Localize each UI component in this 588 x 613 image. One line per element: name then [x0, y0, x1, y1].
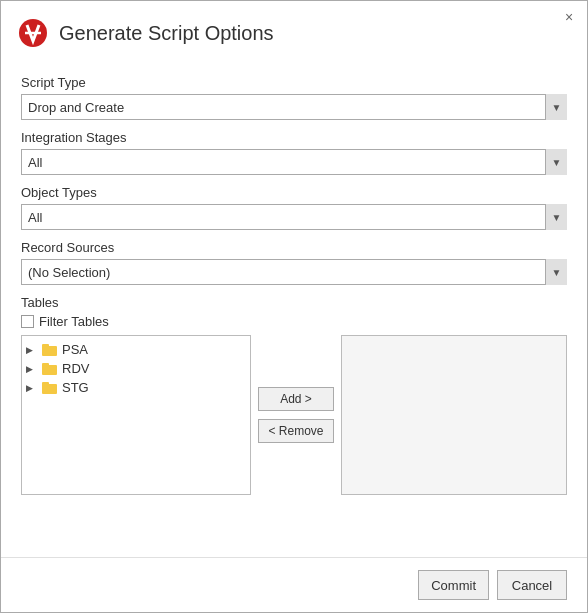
- middle-buttons: Add > < Remove: [251, 387, 341, 443]
- tree-label-stg: STG: [62, 380, 89, 395]
- add-button[interactable]: Add >: [258, 387, 334, 411]
- record-sources-select[interactable]: (No Selection): [21, 259, 567, 285]
- script-type-select[interactable]: Drop and Create: [21, 94, 567, 120]
- tree-item-rdv[interactable]: ▶ RDV: [22, 359, 250, 378]
- dialog-title: Generate Script Options: [59, 22, 274, 45]
- content-area: Script Type Drop and Create ▼ Integratio…: [1, 61, 587, 557]
- svg-rect-4: [42, 363, 49, 367]
- tables-section: Tables Filter Tables ▶ PSA ▶: [21, 295, 567, 495]
- title-bar: Generate Script Options: [1, 1, 587, 61]
- close-button[interactable]: ×: [559, 7, 579, 27]
- target-panel[interactable]: [341, 335, 567, 495]
- footer: Commit Cancel: [1, 557, 587, 612]
- expand-psa[interactable]: ▶: [26, 345, 40, 355]
- app-icon: [17, 17, 49, 49]
- tree-item-stg[interactable]: ▶ STG: [22, 378, 250, 397]
- folder-icon-psa: [42, 343, 58, 357]
- cancel-button[interactable]: Cancel: [497, 570, 567, 600]
- tree-label-rdv: RDV: [62, 361, 89, 376]
- record-sources-wrapper: (No Selection) ▼: [21, 259, 567, 285]
- source-tree-panel[interactable]: ▶ PSA ▶ RDV ▶: [21, 335, 251, 495]
- filter-tables-checkbox[interactable]: [21, 315, 34, 328]
- object-types-wrapper: All ▼: [21, 204, 567, 230]
- expand-rdv[interactable]: ▶: [26, 364, 40, 374]
- folder-icon-stg: [42, 381, 58, 395]
- record-sources-label: Record Sources: [21, 240, 567, 255]
- tree-label-psa: PSA: [62, 342, 88, 357]
- expand-stg[interactable]: ▶: [26, 383, 40, 393]
- filter-row: Filter Tables: [21, 314, 567, 329]
- folder-icon-rdv: [42, 362, 58, 376]
- object-types-label: Object Types: [21, 185, 567, 200]
- object-types-select[interactable]: All: [21, 204, 567, 230]
- tables-panels: ▶ PSA ▶ RDV ▶: [21, 335, 567, 495]
- integration-stages-label: Integration Stages: [21, 130, 567, 145]
- dialog: × Generate Script Options Script Type Dr…: [0, 0, 588, 613]
- svg-rect-6: [42, 382, 49, 386]
- svg-rect-2: [42, 344, 49, 348]
- remove-button[interactable]: < Remove: [258, 419, 334, 443]
- integration-stages-select[interactable]: All: [21, 149, 567, 175]
- tree-item-psa[interactable]: ▶ PSA: [22, 340, 250, 359]
- commit-button[interactable]: Commit: [418, 570, 489, 600]
- script-type-wrapper: Drop and Create ▼: [21, 94, 567, 120]
- integration-stages-wrapper: All ▼: [21, 149, 567, 175]
- tables-label: Tables: [21, 295, 567, 310]
- script-type-label: Script Type: [21, 75, 567, 90]
- filter-tables-label: Filter Tables: [39, 314, 109, 329]
